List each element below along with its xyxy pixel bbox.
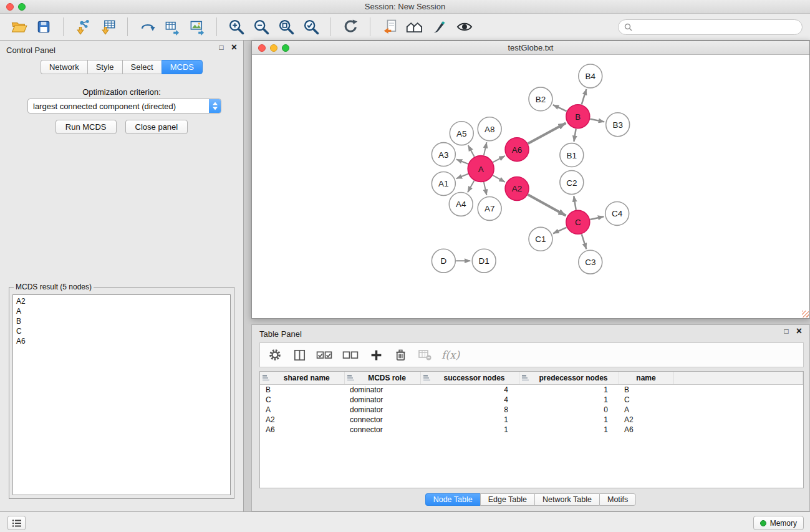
run-mcds-button[interactable]: Run MCDS (55, 120, 117, 134)
network-canvas[interactable]: B4B2BB3A5A8A6B1A3AA1C2A2A4A7C4CC1C3DD1 (252, 55, 809, 318)
function-builder-button[interactable]: f(x) (441, 346, 460, 364)
graph-node-C2[interactable]: C2 (560, 171, 584, 195)
graph-edge-C-C4[interactable] (590, 216, 604, 220)
graph-node-D[interactable]: D (432, 249, 455, 273)
save-session-button[interactable] (32, 16, 55, 38)
tab-mcds[interactable]: MCDS (162, 60, 203, 74)
graph-node-A2[interactable]: A2 (505, 177, 529, 201)
tab-node-table[interactable]: Node Table (425, 493, 480, 506)
refresh-button[interactable] (339, 16, 362, 38)
close-panel-button[interactable]: Close panel (125, 120, 188, 134)
table-row[interactable]: A6connector11A6 (260, 425, 803, 435)
close-panel-icon[interactable]: × (231, 44, 237, 51)
result-item[interactable]: B (16, 316, 227, 326)
criterion-select[interactable]: largest connected component (directed) (27, 99, 221, 114)
deselect-all-button[interactable] (342, 346, 359, 364)
import-table-button[interactable] (97, 16, 119, 38)
graph-node-B4[interactable]: B4 (579, 64, 602, 88)
graph-edge-A-A2[interactable] (493, 175, 504, 182)
table-row[interactable]: Bdominator41B (260, 384, 803, 395)
graph-node-A5[interactable]: A5 (450, 122, 473, 145)
graph-edge-C-C3[interactable] (582, 234, 586, 249)
minimize-view-button[interactable] (270, 44, 277, 52)
network-graph[interactable]: B4B2BB3A5A8A6B1A3AA1C2A2A4A7C4CC1C3DD1 (252, 55, 809, 318)
export-table-button[interactable] (161, 16, 183, 38)
column-header-predecessor-nodes[interactable]: predecessor nodes (519, 372, 619, 384)
result-item[interactable]: A6 (16, 336, 227, 346)
column-header-successor-nodes[interactable]: successor nodes (420, 372, 519, 384)
delete-column-button[interactable] (393, 346, 408, 364)
tab-edge-table[interactable]: Edge Table (480, 493, 534, 506)
float-panel-icon[interactable]: □ (784, 327, 788, 336)
graph-edge-A6-B[interactable] (528, 123, 566, 143)
result-item[interactable]: C (16, 326, 227, 336)
resize-handle[interactable] (802, 311, 809, 317)
graph-edge-A2-C[interactable] (528, 195, 566, 216)
close-window-button[interactable] (6, 3, 14, 11)
graph-edge-C-C1[interactable] (553, 228, 567, 234)
column-header-name[interactable]: name (619, 372, 673, 384)
graph-node-A4[interactable]: A4 (449, 192, 473, 216)
tab-network[interactable]: Network (41, 60, 87, 74)
memory-button[interactable]: Memory (753, 516, 804, 530)
search-input[interactable] (635, 22, 796, 32)
tab-style[interactable]: Style (87, 60, 122, 74)
graph-edge-A-A7[interactable] (484, 182, 487, 195)
graph-node-B2[interactable]: B2 (529, 87, 552, 111)
graph-node-B[interactable]: B (566, 105, 590, 128)
delete-table-button[interactable] (417, 346, 432, 364)
graph-node-A7[interactable]: A7 (478, 196, 501, 220)
graph-node-A8[interactable]: A8 (478, 117, 501, 141)
close-view-button[interactable] (258, 44, 266, 52)
task-history-button[interactable] (7, 516, 26, 530)
table-settings-button[interactable] (268, 346, 282, 364)
column-header-shared-name[interactable]: shared name (260, 372, 344, 384)
graph-edge-A-A1[interactable] (456, 174, 468, 179)
zoom-selected-button[interactable] (300, 16, 322, 38)
clone-network-button[interactable] (136, 16, 158, 38)
tab-network-table[interactable]: Network Table (534, 493, 599, 506)
graph-node-A6[interactable]: A6 (505, 138, 529, 162)
select-all-button[interactable] (316, 346, 333, 364)
graph-edge-A-A4[interactable] (468, 181, 474, 193)
table-row[interactable]: Adominator80A (260, 405, 803, 415)
table-row[interactable]: A2connector11A2 (260, 415, 803, 425)
graph-edge-A-A5[interactable] (468, 145, 475, 157)
graph-edge-B-B3[interactable] (590, 119, 604, 122)
result-item[interactable]: A (16, 306, 227, 316)
graph-node-C3[interactable]: C3 (579, 250, 602, 274)
graph-edge-A-A3[interactable] (456, 159, 468, 163)
graph-edge-B-B4[interactable] (582, 89, 587, 105)
graph-node-A3[interactable]: A3 (432, 143, 455, 167)
graph-node-C4[interactable]: C4 (605, 201, 629, 225)
create-column-button[interactable] (369, 346, 383, 364)
home-views-button[interactable] (403, 16, 426, 38)
tab-motifs[interactable]: Motifs (599, 493, 636, 506)
graph-edge-A-A8[interactable] (484, 142, 487, 155)
export-image-button[interactable] (186, 16, 208, 38)
graph-node-B1[interactable]: B1 (560, 143, 584, 167)
style-brush-button[interactable] (428, 16, 451, 38)
close-panel-icon[interactable]: × (796, 327, 802, 335)
graph-node-C1[interactable]: C1 (529, 227, 552, 251)
graph-node-C[interactable]: C (566, 210, 590, 234)
graphics-details-button[interactable] (453, 16, 476, 38)
graph-edge-B-B1[interactable] (574, 128, 576, 141)
graph-node-A[interactable]: A (468, 156, 494, 182)
graph-node-B3[interactable]: B3 (606, 113, 630, 137)
column-header-mcds-role[interactable]: MCDS role (344, 372, 420, 384)
zoom-fit-button[interactable] (275, 16, 297, 38)
table-row[interactable]: Cdominator41C (260, 395, 803, 405)
graph-node-D1[interactable]: D1 (472, 249, 496, 273)
graph-edge-A-A6[interactable] (493, 156, 505, 162)
tab-select[interactable]: Select (122, 60, 162, 74)
share-network-button[interactable] (378, 16, 401, 38)
graph-edge-C-C2[interactable] (574, 196, 576, 210)
show-columns-button[interactable] (292, 346, 307, 364)
select-stepper[interactable] (209, 99, 221, 113)
import-network-button[interactable] (72, 16, 94, 38)
float-panel-icon[interactable]: □ (219, 43, 223, 52)
open-file-button[interactable] (7, 16, 30, 38)
result-item[interactable]: A2 (16, 296, 227, 306)
zoom-window-button[interactable] (18, 3, 26, 11)
